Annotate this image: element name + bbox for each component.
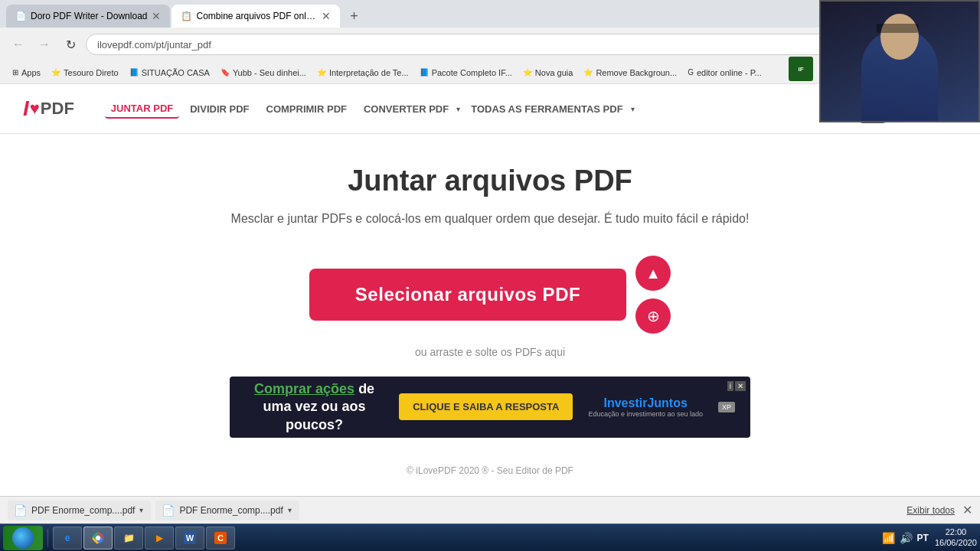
upload-area: Selecionar arquivos PDF ▲ ⊕ [15,256,965,334]
main-content: Juntar arquivos PDF Mesclar e juntar PDF… [0,134,980,453]
bookmark-pacote[interactable]: 📘 Pacote Completo IF... [415,67,517,79]
ad-close-icon[interactable]: ✕ [735,381,746,391]
tab-favicon-doro: 📄 [15,11,26,21]
ad-highlight: Comprar ações [254,381,354,396]
ad-cta-button[interactable]: CLIQUE E SAIBA A RESPOSTA [399,393,573,420]
ad-text: Comprar ações de uma vez ou aos poucos? [245,380,384,434]
taskbar-chrome[interactable] [83,527,113,549]
nav-converter-label[interactable]: CONVERTER PDF [358,100,455,118]
windows-taskbar: e 📁 ▶ W C 📶 🔊 PT 22:00 16/06/20 [0,523,980,551]
xp-badge: XP [718,402,735,412]
website-content: I ♥ PDF JUNTAR PDF DIVIDIR PDF COMPRIMIR… [0,84,980,496]
bookmark-nova[interactable]: ⭐ Nova guia [518,67,578,79]
bookmark-interpretacao[interactable]: ⭐ Interpretação de Te... [312,67,413,79]
taskbar-date: 16/06/2020 [935,538,977,548]
chrome-icon [92,532,104,544]
taskbar-separator-1 [47,529,48,547]
nav-dividir-pdf[interactable]: DIVIDIR PDF [184,100,255,118]
tab-close-doro[interactable]: ✕ [152,10,161,22]
tab-title-combine: Combine arquivos PDF online. C... [196,11,317,21]
webcam-video [821,2,978,121]
language-indicator[interactable]: PT [917,533,929,543]
nav-comprimir-pdf[interactable]: COMPRIMIR PDF [260,100,353,118]
converter-dropdown-arrow: ▾ [456,105,460,113]
downloads-bar: 📄 PDF Enorme_comp....pdf ▾ 📄 PDF Enorme_… [0,496,980,523]
nav-todas-ferramentas[interactable]: TODAS AS FERRAMENTAS PDF ▾ [465,100,634,118]
logo-pdf: PDF [41,99,74,119]
ad-choices-icon: i [727,381,733,391]
nav-juntar-pdf[interactable]: JUNTAR PDF [105,99,179,119]
taskbar-word[interactable]: W [175,527,204,549]
bookmark-apps[interactable]: ⊞ Apps [8,67,45,79]
bookmark-situacao[interactable]: 📘 SITUAÇÃO CASA [125,67,214,79]
site-footer: © iLovePDF 2020 ® - Seu Editor de PDF [0,453,980,488]
page-subtitle: Mesclar e juntar PDFs e colocá-los em qu… [222,210,758,228]
refresh-button[interactable]: ↻ [60,34,81,55]
new-tab-button[interactable]: + [343,5,364,27]
taskbar-explorer[interactable]: 📁 [114,527,143,549]
webcam-overlay [819,0,980,122]
todas-dropdown-arrow: ▾ [631,105,635,113]
drag-hint-text: ou arraste e solte os PDFs aqui [15,346,965,358]
taskbar-time: 22:00 [935,527,977,537]
logo-i: I [23,96,29,121]
taskbar-ie[interactable]: e [53,527,82,549]
taskbar-clock: 22:00 16/06/2020 [935,527,977,547]
download-chevron-2[interactable]: ▾ [288,506,292,514]
tab-favicon-combine: 📋 [181,11,191,21]
upload-from-cloud-button[interactable]: ▲ [635,256,671,291]
upload-cloud-icon: ⊕ [647,307,660,325]
download-item-2[interactable]: 📄 PDF Enorme_comp....pdf ▾ [155,500,299,520]
taskbar-media[interactable]: ▶ [145,527,174,549]
bookmark-editor[interactable]: G editor online - P... [683,67,766,79]
select-files-button[interactable]: Selecionar arquivos PDF [309,269,626,321]
taskbar-tray-area: 📶 🔊 PT 22:00 16/06/2020 [882,527,977,547]
download-pdf-icon-1: 📄 [14,504,27,517]
tab-doro-pdf[interactable]: 📄 Doro PDF Writer - Download ✕ [6,5,170,28]
ad-brand-logo: InvestirJuntos [604,396,688,410]
upload-side-buttons: ▲ ⊕ [635,256,671,334]
download-chevron-1[interactable]: ▾ [139,506,143,514]
nav-todas-label[interactable]: TODAS AS FERRAMENTAS PDF [465,100,629,118]
upload-from-device-button[interactable]: ⊕ [635,298,671,334]
tab-combine-pdf[interactable]: 📋 Combine arquivos PDF online. C... ✕ [172,5,340,28]
ad-brand-sub: Educação e investimento ao seu lado [588,410,703,418]
bookmark-remove[interactable]: ⭐ Remove Backgroun... [579,67,681,79]
back-button[interactable]: ← [8,34,29,55]
ad-banner: Comprar ações de uma vez ou aos poucos? … [230,377,750,438]
download-filename-2: PDF Enorme_comp....pdf [179,505,283,516]
footer-text: © iLovePDF 2020 ® - Seu Editor de PDF [407,465,573,476]
download-item-1[interactable]: 📄 PDF Enorme_comp....pdf ▾ [8,500,151,520]
page-title: Juntar arquivos PDF [15,165,965,197]
system-tray: 📶 🔊 PT [882,532,929,544]
ad-content: Comprar ações de uma vez ou aos poucos? … [230,380,750,434]
start-button[interactable] [3,526,43,550]
app-c-icon: C [214,532,227,544]
forward-button[interactable]: → [34,34,55,55]
svg-point-4 [96,536,100,540]
file-explorer-icon: 📁 [122,532,135,544]
tab-title-doro: Doro PDF Writer - Download [31,11,147,21]
site-logo[interactable]: I ♥ PDF [23,96,74,121]
network-icon: 📶 [882,532,895,544]
address-bar[interactable]: ilovepdf.com/pt/juntar_pdf [86,34,937,55]
show-all-downloads-button[interactable]: Exibir todos [906,505,955,516]
upload-up-icon: ▲ [645,265,661,282]
media-player-icon: ▶ [153,532,165,544]
word-icon: W [184,532,196,544]
bookmark-yubb[interactable]: 🔖 Yubb - Seu dinhei... [216,67,311,79]
instituto-bookmark: IF [789,57,813,81]
address-text: ilovepdf.com/pt/juntar_pdf [97,39,211,51]
bookmark-tesouro[interactable]: ⭐ Tesouro Direto [47,67,123,79]
ad-brand: InvestirJuntos Educação e investimento a… [588,396,703,418]
taskbar-app-c[interactable]: C [206,527,235,549]
close-downloads-bar-button[interactable]: ✕ [962,503,972,517]
ad-close[interactable]: i ✕ [727,381,746,391]
nav-converter-pdf[interactable]: CONVERTER PDF ▾ [358,100,460,118]
tab-close-combine[interactable]: ✕ [322,10,331,22]
start-orb-icon [12,527,34,549]
volume-icon: 🔊 [900,532,913,544]
site-navigation: JUNTAR PDF DIVIDIR PDF COMPRIMIR PDF CON… [105,99,858,119]
ie-icon: e [61,532,74,544]
downloads-right: Exibir todos ✕ [906,503,972,517]
